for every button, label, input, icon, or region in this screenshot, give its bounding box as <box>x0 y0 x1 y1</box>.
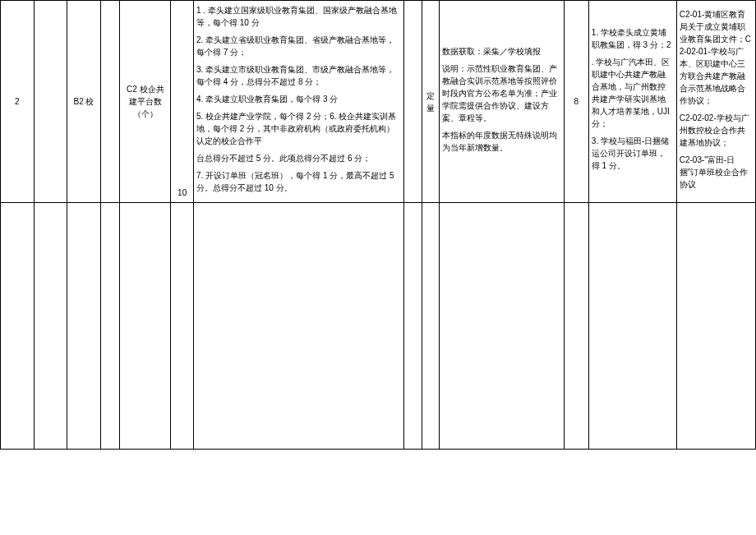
ref-line: C2-02-02-学校与广州数控校企合作共建基地协议； <box>680 112 753 149</box>
cell-empty <box>34 1 67 203</box>
cell-empty <box>120 203 171 450</box>
cell-ding: 定量 <box>422 1 439 203</box>
detail-line: . 学校与广汽本田、区职建中心共建产教融合基地，与广州数控共建产学研实训基地和人… <box>592 56 674 130</box>
cell-empty <box>588 203 676 450</box>
criteria-line: 2. 牵头建立省级职业教育集团、省级产教融合基地等，每个得 7 分； <box>196 34 401 58</box>
cell-index: 2 <box>1 1 35 203</box>
criteria-line: 5. 校企共建产业学院，每个得 2 分；6. 校企共建实训基地，每个得 2 分，… <box>196 110 401 147</box>
cell-empty <box>100 203 120 450</box>
cell-empty <box>171 203 194 450</box>
cell-empty <box>194 203 404 450</box>
source-line: 说明：示范性职业教育集团、产教融合实训示范基地等按照评价时段内官方公布名单为准；… <box>442 62 561 124</box>
criteria-line: 4. 牵头建立职业教育集团，每个得 3 分 <box>196 93 401 105</box>
cell-source: 数据获取：采集／学校填报 说明：示范性职业教育集团、产教融合实训示范基地等按照评… <box>440 1 565 203</box>
criteria-line: 台总得分不超过 5 分。此项总得分不超过 6 分； <box>196 152 401 164</box>
cell-empty <box>676 203 755 450</box>
cell-empty <box>100 1 120 203</box>
criteria-line: 1 . 牵头建立国家级职业教育集团、国家级产教融合基地等，每个得 10 分 <box>196 4 401 29</box>
table-row-blank <box>1 203 756 450</box>
cell-num: 10 <box>171 1 194 203</box>
cell-empty <box>564 203 588 450</box>
cell-criteria: 1 . 牵头建立国家级职业教育集团、国家级产教融合基地等，每个得 10 分 2.… <box>194 1 404 203</box>
cell-empty <box>440 203 565 450</box>
detail-line: 1. 学校牵头成立黄埔职教集团，得 3 分；2 <box>592 26 674 51</box>
cell-detail: 1. 学校牵头成立黄埔职教集团，得 3 分；2 . 学校与广汽本田、区职建中心共… <box>588 1 676 203</box>
ref-line: C2-01-黄埔区教育局关于成立黄埔职业教育集团文件；C2-02-01-学校与广… <box>680 8 753 107</box>
criteria-line: 7. 开设订单班（冠名班），每个得 1 分，最高不超过 5 分。总得分不超过 1… <box>196 169 401 194</box>
source-line: 数据获取：采集／学校填报 <box>442 45 561 58</box>
cell-score: 8 <box>564 1 588 203</box>
cell-blank <box>404 1 422 203</box>
cell-empty <box>67 203 101 450</box>
cell-empty <box>404 203 422 450</box>
source-line: 本指标的年度数据无特殊说明均为当年新增数量。 <box>442 129 561 154</box>
detail-line: 3. 学校与福田-日捆储运公司开设订单班，得 1 分。 <box>592 135 674 172</box>
cell-ref: C2-01-黄埔区教育局关于成立黄埔职业教育集团文件；C2-02-01-学校与广… <box>676 1 755 203</box>
cell-c-code: C2 校企共建平台数（个） <box>120 1 171 203</box>
cell-empty <box>422 203 439 450</box>
table-row: 2 B2 校 C2 校企共建平台数（个） 10 1 . 牵头建立国家级职业教育集… <box>1 1 756 203</box>
cell-b-code: B2 校 <box>67 1 101 203</box>
criteria-line: 3. 牵头建立市级职业教育集团、市级产教融合基地等，每个得 4 分，总得分不超过… <box>196 63 401 88</box>
cell-empty <box>34 203 67 450</box>
ref-line: C2-03-"富田-日捆"订单班校企合作协议 <box>680 154 753 191</box>
cell-empty <box>1 203 35 450</box>
evaluation-table: 2 B2 校 C2 校企共建平台数（个） 10 1 . 牵头建立国家级职业教育集… <box>0 0 756 450</box>
